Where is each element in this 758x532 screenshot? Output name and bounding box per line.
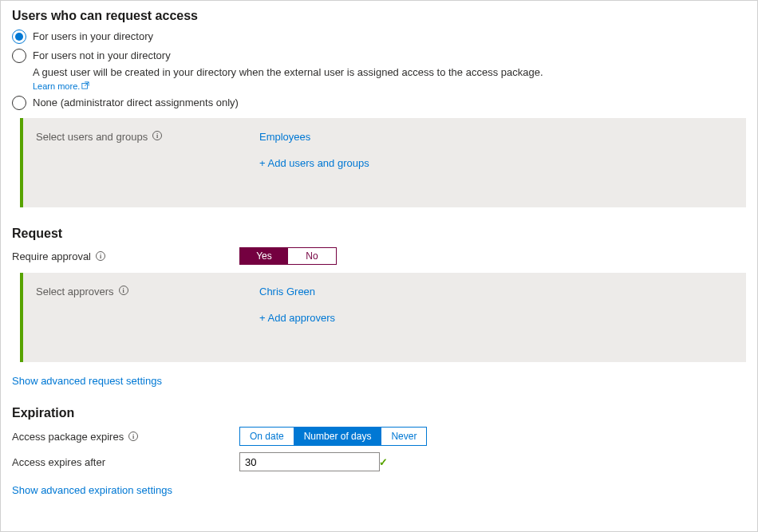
toggle-yes[interactable]: Yes bbox=[240, 248, 288, 264]
panel-label: Select approvers i bbox=[36, 286, 259, 324]
add-users-groups-button[interactable]: + Add users and groups bbox=[259, 157, 369, 169]
radio-icon bbox=[12, 96, 26, 110]
radio-users-not-in-directory[interactable]: For users not in your directory bbox=[12, 49, 746, 63]
radio-icon bbox=[12, 30, 26, 44]
external-link-icon bbox=[81, 81, 89, 91]
expires-segment-group: On date Number of days Never bbox=[239, 427, 427, 446]
segment-on-date[interactable]: On date bbox=[240, 428, 294, 445]
expiration-heading: Expiration bbox=[12, 406, 746, 420]
radio-icon bbox=[12, 49, 26, 63]
selected-approver[interactable]: Chris Green bbox=[259, 286, 335, 298]
radio-none[interactable]: None (administrator direct assignments o… bbox=[12, 96, 746, 110]
expires-after-input-wrap: ✓ bbox=[239, 452, 380, 471]
advanced-expiration-settings-link[interactable]: Show advanced expiration settings bbox=[12, 484, 172, 496]
require-approval-label: Require approval i bbox=[12, 250, 239, 262]
info-icon[interactable]: i bbox=[119, 286, 128, 295]
toggle-no[interactable]: No bbox=[288, 248, 336, 264]
radio-label: For users in your directory bbox=[33, 30, 153, 44]
access-expires-after-label: Access expires after bbox=[12, 456, 239, 468]
checkmark-icon: ✓ bbox=[379, 456, 388, 468]
info-icon[interactable]: i bbox=[96, 251, 105, 261]
panel-label: Select users and groups i bbox=[36, 131, 259, 169]
expires-after-input[interactable] bbox=[245, 456, 379, 468]
radio-users-in-directory[interactable]: For users in your directory bbox=[12, 30, 746, 44]
segment-number-of-days[interactable]: Number of days bbox=[294, 428, 382, 445]
segment-never[interactable]: Never bbox=[381, 428, 426, 445]
option-description: A guest user will be created in your dir… bbox=[33, 66, 746, 78]
learn-more-link[interactable]: Learn more. bbox=[33, 81, 89, 91]
radio-label: For users not in your directory bbox=[33, 49, 171, 63]
advanced-request-settings-link[interactable]: Show advanced request settings bbox=[12, 375, 162, 387]
add-approvers-button[interactable]: + Add approvers bbox=[259, 312, 335, 324]
info-icon[interactable]: i bbox=[152, 131, 162, 140]
package-expires-label: Access package expires i bbox=[12, 431, 239, 443]
selected-group[interactable]: Employees bbox=[259, 131, 369, 143]
request-heading: Request bbox=[12, 227, 746, 241]
require-approval-toggle: Yes No bbox=[239, 247, 337, 265]
radio-label: None (administrator direct assignments o… bbox=[33, 96, 239, 110]
select-users-panel: Select users and groups i Employees + Ad… bbox=[20, 118, 746, 207]
select-approvers-panel: Select approvers i Chris Green + Add app… bbox=[20, 273, 746, 362]
info-icon[interactable]: i bbox=[128, 432, 138, 441]
users-heading: Users who can request access bbox=[12, 9, 746, 23]
